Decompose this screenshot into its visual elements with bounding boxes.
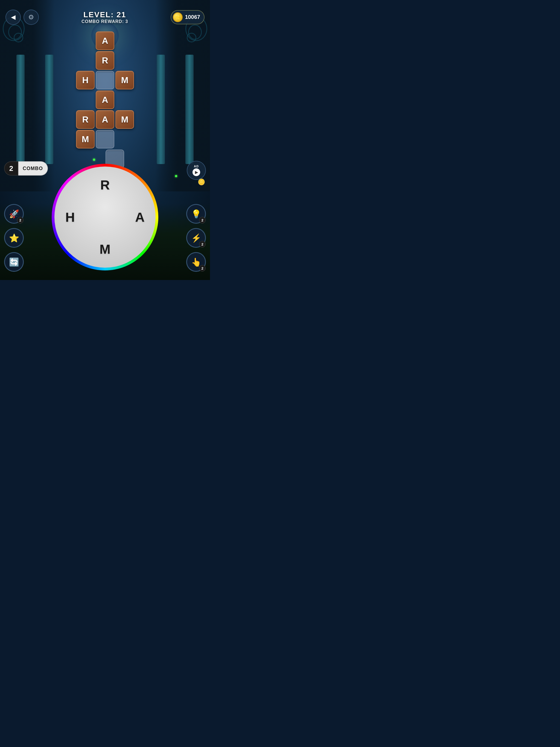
hand-icon: 👆 [191,257,201,267]
column-2 [45,55,53,164]
tile-empty-1 [96,71,114,89]
star-button[interactable]: ⭐ [4,228,24,248]
rocket-count: 2 [17,217,24,223]
hand-count: 2 [199,265,206,272]
tile-M-3: M [76,130,95,149]
wheel-letter-r: R [100,177,110,192]
letter-wheel[interactable]: R H A M [53,165,157,269]
bottom-buttons-left: 🚀 2 ⭐ 🔄 [4,204,24,272]
bulb-count: 2 [199,217,206,223]
combo-reward: COMBO REWARD: 3 [81,19,128,24]
arch-right-3 [187,33,196,42]
shuffle-button[interactable]: 🔄 [4,252,24,272]
combo-badge: 2 COMBO [4,161,48,176]
rocket-icon: 🚀 [9,209,19,219]
tile-H: H [76,71,95,89]
wheel-inner: R H A M [54,166,156,268]
board-row-1: A [76,31,134,50]
ad-play-icon: ▶ [193,169,200,176]
tile-empty-2 [96,130,114,149]
bulb-button[interactable]: 💡 2 [186,204,206,224]
board-row-4: A [76,91,134,109]
ad-button[interactable]: AD ▶ [187,161,206,180]
star-icon: ⭐ [9,233,19,243]
coin-icon: ⭐ [173,12,183,22]
ad-label: AD [194,164,199,168]
column-4 [157,55,165,164]
letter-wheel-container: R H A M [53,165,157,269]
game-board: A R H M A R A M M [66,31,144,168]
wheel-letter-m: M [100,242,110,257]
level-title: LEVEL: 21 [81,10,128,19]
shuffle-icon: 🔄 [9,257,19,267]
lightning-button[interactable]: ⚡ 2 [186,228,206,248]
rocket-button[interactable]: 🚀 2 [4,204,24,224]
coins-display: ⭐ 10067 [171,10,205,24]
tile-M-2: M [116,110,134,129]
lightning-icon: ⚡ [191,233,201,243]
board-row-2: R [76,51,134,70]
tile-A-mid: A [96,91,114,109]
coins-value: 10067 [185,14,200,20]
settings-button[interactable]: ⚙ [24,9,39,25]
wheel-letter-a: A [135,210,145,225]
tile-R-1: R [96,51,114,70]
back-icon: ◀ [11,14,16,21]
tile-M-1: M [116,71,134,89]
bottom-buttons-right: 💡 2 ⚡ 2 👆 2 [186,204,206,272]
board-row-6: M [76,130,134,149]
column-3 [185,55,194,164]
back-button[interactable]: ◀ [5,9,21,25]
header: ◀ ⚙ LEVEL: 21 COMBO REWARD: 3 ⭐ 10067 [0,0,210,30]
bulb-icon: 💡 [191,209,201,219]
arch-left-3 [14,33,23,42]
wheel-letter-h: H [65,210,75,225]
board-row-3: H M [76,71,134,89]
settings-icon: ⚙ [28,14,34,21]
combo-number: 2 [4,161,18,176]
hand-button[interactable]: 👆 2 [186,252,206,272]
glow-dot-2 [175,175,177,177]
header-left-buttons: ◀ ⚙ [5,9,39,25]
tile-A-bot: A [96,110,114,129]
level-info: LEVEL: 21 COMBO REWARD: 3 [81,10,128,24]
column-1 [17,55,25,164]
board-row-5: R A M [76,110,134,129]
lightning-count: 2 [199,241,206,248]
coins-pile-ad: 🪙 [198,179,205,186]
tile-A-top: A [96,31,114,50]
tile-R-2: R [76,110,95,129]
combo-label: COMBO [18,161,48,176]
